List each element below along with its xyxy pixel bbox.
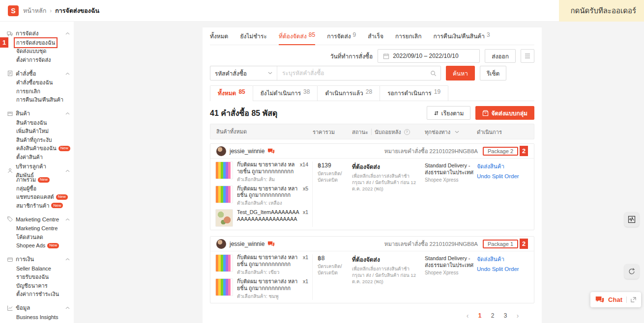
order-status-cell: ที่ต้องจัดส่งเพื่อหลีกเลี่ยงการส่งสินค้า… bbox=[352, 254, 425, 299]
collapse-caret-icon[interactable] bbox=[65, 218, 71, 221]
channel-filter-dropdown[interactable]: ทุกช่องทาง bbox=[425, 127, 477, 136]
pagination: ‹123› bbox=[210, 308, 534, 323]
hamburger-icon bbox=[525, 54, 530, 58]
processing-subtab[interactable]: ทั้งหมด85 bbox=[210, 85, 253, 101]
page-number[interactable]: 2 bbox=[487, 310, 498, 321]
order-status-tab[interactable]: การคืนเงิน/คืนสินค้า3 bbox=[433, 31, 490, 45]
chat-buyer-icon[interactable] bbox=[267, 241, 275, 247]
chat-widget[interactable]: Chat bbox=[590, 292, 641, 307]
export-button[interactable]: ส่งออก bbox=[485, 49, 516, 63]
search-type-select[interactable]: รหัสคำสั่งซื้อ bbox=[210, 66, 277, 80]
action-link[interactable]: จัดส่งสินค้า bbox=[477, 255, 528, 264]
sidebar-item[interactable]: โค้ดส่วนลด bbox=[7, 233, 71, 242]
sidebar-item[interactable]: การยกเลิก bbox=[7, 87, 71, 96]
order-status-tab[interactable]: การยกเลิก bbox=[395, 31, 421, 45]
buyer-username[interactable]: jessie_winnie bbox=[230, 148, 264, 155]
search-button[interactable]: ค้นหา bbox=[446, 66, 475, 81]
chat-buyer-icon[interactable] bbox=[267, 148, 275, 154]
collapse-caret-icon[interactable] bbox=[65, 112, 71, 115]
order-status-tab[interactable]: ทั้งหมด bbox=[210, 31, 228, 45]
sidebar-section-title[interactable]: ข้อมูล bbox=[7, 303, 71, 313]
sidebar-item[interactable]: กลุ่มผู้ซื้อ bbox=[7, 184, 71, 193]
bulk-ship-icon bbox=[482, 110, 489, 116]
buyer-username[interactable]: jessie_winnie bbox=[230, 241, 264, 247]
processing-subtab[interactable]: ยังไม่ดำเนินการ38 bbox=[253, 85, 318, 101]
order-card: jessie_winnieหมายเลขคำสั่งซื้อ22101029HN… bbox=[210, 236, 534, 303]
processing-subtab[interactable]: ดำเนินการแล้ว28 bbox=[317, 85, 380, 101]
sidebar-item-label: สินค้าของฉัน bbox=[16, 118, 47, 127]
calendar-icon bbox=[383, 53, 389, 59]
sidebar-item[interactable]: ตั้งค่าสินค้า bbox=[7, 153, 71, 162]
sidebar-item[interactable]: บัญชีธนาคาร bbox=[7, 281, 71, 290]
breadcrumb-home[interactable]: หน้าหลัก bbox=[23, 6, 46, 16]
sidebar-item[interactable]: ภาพรวมNew bbox=[7, 176, 71, 185]
page-number[interactable]: 1 bbox=[474, 310, 485, 321]
sidebar-section-title[interactable]: การเงิน bbox=[7, 254, 71, 264]
sidebar-section-title[interactable]: คำสั่งซื้อ bbox=[7, 69, 71, 79]
action-link[interactable]: Undo Split Order bbox=[477, 266, 528, 272]
sidebar-section-title[interactable]: บริหารลูกค้าสัมพันธ์ bbox=[7, 166, 71, 176]
collapse-caret-icon[interactable] bbox=[65, 169, 71, 172]
refresh-loop-button[interactable] bbox=[624, 264, 639, 279]
sidebar-item[interactable]: ตั้งค่าการชำระเงิน bbox=[7, 290, 71, 299]
sidebar-item[interactable]: คลังสินค้าของฉันNew bbox=[7, 144, 71, 153]
sidebar-item[interactable]: ตั้งค่าการจัดส่ง bbox=[7, 55, 71, 64]
processing-subtab[interactable]: รอการดำเนินการ19 bbox=[380, 85, 448, 101]
sidebar-item[interactable]: การคืนเงิน/คืนสินค้า bbox=[7, 96, 71, 105]
sort-button[interactable]: เรียงตาม bbox=[427, 106, 471, 120]
activity-monitor-button[interactable] bbox=[624, 212, 639, 227]
order-status-tab[interactable]: การจัดส่ง9 bbox=[327, 31, 356, 45]
sidebar-item-label: ภาพรวม bbox=[16, 175, 36, 184]
export-history-button[interactable] bbox=[521, 49, 534, 63]
order-body: กิ๊บติดผม ขายราคาส่ง หลายชิ้น ถูกมากกกกก… bbox=[210, 251, 534, 302]
breadcrumb-current: การจัดส่งของฉัน bbox=[55, 6, 99, 16]
search-icon bbox=[430, 70, 437, 77]
product-row: กิ๊บติดผม ขายราคาส่ง หลายชิ้น ถูกมากกกกก… bbox=[215, 162, 308, 183]
sidebar-item[interactable]: สินค้าของฉัน bbox=[7, 118, 71, 127]
prev-page-button[interactable]: ‹ bbox=[463, 312, 472, 320]
sidebar-item[interactable]: สมาชิกร้านค้าNew bbox=[7, 201, 71, 210]
sidebar-section-title[interactable]: สินค้า bbox=[7, 108, 71, 118]
product-variant: ตัวเลือกสินค้า: ชมพู bbox=[237, 293, 300, 300]
search-input[interactable] bbox=[277, 66, 440, 80]
orders-summary-title: 41 คำสั่งซื้อ 85 พัสดุ bbox=[210, 107, 277, 119]
sidebar-item[interactable]: สินค้าที่ถูกระงับ bbox=[7, 135, 71, 144]
action-link[interactable]: Undo Split Order bbox=[477, 173, 528, 179]
sidebar-item[interactable]: รายรับของฉัน bbox=[7, 273, 71, 282]
sidebar-item[interactable]: Account Health bbox=[7, 322, 71, 323]
collapse-caret-icon[interactable] bbox=[65, 258, 71, 261]
tab-label: การคืนเงิน/คืนสินค้า bbox=[433, 31, 485, 41]
sidebar-section-title[interactable]: Marketing Centre bbox=[7, 215, 71, 224]
sidebar-section: การเงินSeller Balanceรายรับของฉันบัญชีธน… bbox=[7, 254, 71, 298]
collapse-caret-icon[interactable] bbox=[65, 72, 71, 75]
date-range-value: 2022/09/10 – 2022/10/10 bbox=[393, 53, 458, 59]
next-page-button[interactable]: › bbox=[513, 312, 523, 320]
product-row: Test_DG_ItemAAAAAAAAAAAAAAAAAAAAAAAAAAAx… bbox=[215, 209, 308, 227]
order-status-tab[interactable]: สำเร็จ bbox=[368, 31, 383, 45]
help-icon[interactable]: ? bbox=[404, 129, 410, 135]
sidebar-item[interactable]: การจัดส่งของฉัน1 bbox=[7, 38, 71, 47]
collapse-caret-icon[interactable] bbox=[65, 306, 71, 309]
subtab-count: 28 bbox=[366, 88, 372, 98]
order-total: ฿139 bbox=[318, 162, 349, 169]
page-number[interactable]: 3 bbox=[500, 310, 511, 321]
header-countdown: นับถอยหลัง bbox=[375, 128, 401, 136]
sidebar-item[interactable]: จัดส่งแบบชุด bbox=[7, 47, 71, 56]
reset-button[interactable]: รีเซ็ต bbox=[480, 66, 506, 81]
sidebar-item[interactable]: แชทบรอดแคสต์New bbox=[7, 193, 71, 202]
product-info: Test_DG_ItemAAAAAAAAAAAAAAAAAAAAAAAAAAA bbox=[237, 209, 300, 223]
order-status-tab[interactable]: ที่ต้องจัดส่ง85 bbox=[279, 31, 315, 45]
popout-icon[interactable] bbox=[631, 297, 636, 302]
sidebar-item[interactable]: Business Insights bbox=[7, 313, 71, 322]
sidebar-item[interactable]: เพิ่มสินค้าใหม่ bbox=[7, 127, 71, 136]
bulk-ship-button[interactable]: จัดส่งแบบกลุ่ม bbox=[475, 106, 534, 120]
sidebar-item[interactable]: คำสั่งซื้อของฉัน bbox=[7, 79, 71, 87]
shopee-logo[interactable]: S bbox=[8, 5, 19, 16]
action-link[interactable]: จัดส่งสินค้า bbox=[477, 162, 528, 171]
order-status-tab[interactable]: ยังไม่ชำระ bbox=[240, 31, 267, 45]
sidebar-item[interactable]: Seller Balance bbox=[7, 264, 71, 273]
sidebar-item[interactable]: Shopee AdsNew bbox=[7, 242, 71, 250]
collapse-caret-icon[interactable] bbox=[65, 32, 71, 35]
date-range-input[interactable]: 2022/09/10 – 2022/10/10 bbox=[378, 49, 480, 63]
sidebar-item[interactable]: Marketing Centre bbox=[7, 224, 71, 233]
